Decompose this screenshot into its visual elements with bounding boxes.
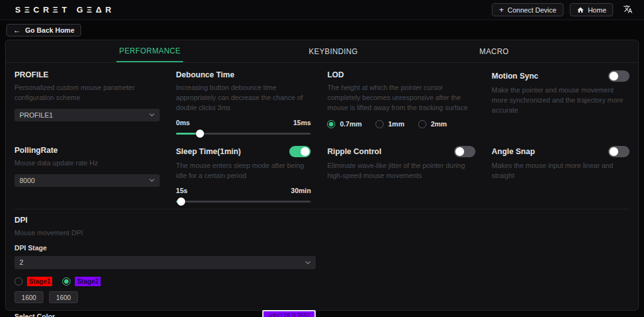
radio-icon bbox=[62, 277, 70, 286]
sleep-time-head: Sleep Time(1min) bbox=[176, 146, 311, 157]
toggle-knob bbox=[609, 72, 618, 81]
translate-icon bbox=[623, 6, 633, 16]
radio-icon bbox=[418, 120, 426, 128]
debounce-desc: Increasing button debounce time appropri… bbox=[176, 83, 311, 113]
tab-bar: PERFORMANCE KEYBINDING MACRO bbox=[6, 40, 638, 63]
toggle-knob bbox=[609, 147, 618, 156]
tab-performance[interactable]: PERFORMANCE bbox=[116, 40, 183, 62]
tab-keybinding[interactable]: KEYBINDING bbox=[306, 40, 360, 62]
polling-rate-value: 8000 bbox=[19, 177, 35, 184]
sleep-time-title: Sleep Time(1min) bbox=[176, 147, 241, 156]
lod-option-1mm[interactable]: 1mm bbox=[375, 120, 404, 128]
motion-sync-toggle[interactable] bbox=[608, 70, 630, 82]
dpi-stage1-tag: Stage1 bbox=[27, 277, 52, 287]
sleep-max-label: 30min bbox=[291, 187, 311, 194]
select-color-row: Select Color rgb(128,0,255) bbox=[14, 310, 316, 317]
debounce-time-setting: Debounce Time Increasing button debounce… bbox=[176, 70, 311, 138]
motion-sync-setting: Motion Sync Make the pointer and mouse m… bbox=[492, 70, 630, 138]
select-color-label: Select Color bbox=[14, 313, 55, 317]
ripple-control-head: Ripple Control bbox=[327, 146, 475, 157]
radio-icon bbox=[14, 277, 23, 286]
top-bar: SΞCRΞT GΞΔR + Connect Device Home bbox=[0, 0, 644, 20]
lod-option-label: 2mm bbox=[431, 120, 447, 128]
polling-rate-select[interactable]: 8000 bbox=[14, 174, 160, 187]
chevron-down-icon bbox=[305, 260, 311, 265]
angle-snap-setting: Angle Snap Makes the mouse input more li… bbox=[492, 146, 630, 206]
sleep-range-labels: 15s 30min bbox=[176, 187, 311, 194]
angle-snap-toggle[interactable] bbox=[608, 146, 630, 157]
debounce-max-label: 15ms bbox=[293, 119, 311, 126]
translate-button[interactable] bbox=[619, 3, 636, 17]
dpi-section: DPI Mouse movement DPI DPI Stage 2 Stage… bbox=[6, 209, 638, 317]
radio-icon bbox=[327, 120, 335, 128]
go-back-home-label: Go Back Home bbox=[25, 26, 74, 34]
chevron-down-icon bbox=[149, 177, 155, 183]
home-icon bbox=[577, 6, 584, 14]
profile-select[interactable]: PROFILE1 bbox=[14, 109, 160, 121]
debounce-title: Debounce Time bbox=[176, 70, 311, 79]
dpi-stage2-tag: Stage2 bbox=[75, 277, 100, 287]
dpi-stage1-value[interactable]: 1600 bbox=[14, 291, 43, 303]
settings-panel: PERFORMANCE KEYBINDING MACRO PROFILE Per… bbox=[5, 40, 639, 311]
polling-rate-setting: PollingRate Mouse data update rate Hz 80… bbox=[14, 146, 160, 206]
chevron-down-icon bbox=[149, 112, 155, 118]
topbar-actions: + Connect Device Home bbox=[492, 3, 636, 17]
lod-title: LOD bbox=[327, 70, 475, 79]
home-button[interactable]: Home bbox=[570, 3, 613, 16]
dpi-stage1-option[interactable]: Stage1 bbox=[14, 277, 52, 287]
lod-option-label: 0.7mm bbox=[340, 120, 362, 128]
dpi-stage2-option[interactable]: Stage2 bbox=[62, 277, 100, 287]
dpi-stage-label: DPI Stage bbox=[14, 244, 630, 252]
settings-row-2: PollingRate Mouse data update rate Hz 80… bbox=[6, 138, 638, 206]
sleep-slider[interactable] bbox=[176, 197, 311, 206]
radio-icon bbox=[375, 120, 384, 128]
debounce-slider[interactable] bbox=[176, 130, 311, 138]
angle-snap-head: Angle Snap bbox=[492, 146, 630, 157]
ripple-control-title: Ripple Control bbox=[327, 147, 381, 156]
dpi-stage-select[interactable]: 2 bbox=[14, 256, 316, 269]
toggle-knob bbox=[301, 147, 309, 156]
dpi-stage-options: Stage1 Stage2 bbox=[14, 277, 630, 287]
slider-track bbox=[176, 201, 311, 203]
dpi-stage-values: 1600 1600 bbox=[14, 291, 630, 303]
sleep-time-toggle[interactable] bbox=[289, 146, 311, 157]
dpi-stage2-value[interactable]: 1600 bbox=[49, 291, 78, 303]
toggle-knob bbox=[455, 147, 464, 156]
motion-sync-title: Motion Sync bbox=[492, 72, 538, 81]
sleep-time-desc: The mouse enters sleep mode after being … bbox=[176, 161, 311, 181]
dpi-stage-value: 2 bbox=[19, 259, 23, 266]
settings-row-1: PROFILE Personalized custom mouse parame… bbox=[6, 63, 638, 138]
lod-option-2mm[interactable]: 2mm bbox=[418, 120, 447, 128]
profile-select-value: PROFILE1 bbox=[19, 111, 53, 119]
ripple-control-toggle[interactable] bbox=[454, 146, 475, 157]
tab-macro[interactable]: MACRO bbox=[477, 40, 511, 62]
sleep-time-setting: Sleep Time(1min) The mouse enters sleep … bbox=[176, 146, 311, 206]
debounce-min-label: 0ms bbox=[176, 119, 190, 126]
profile-title: PROFILE bbox=[14, 70, 160, 79]
angle-snap-title: Angle Snap bbox=[492, 147, 535, 156]
polling-rate-desc: Mouse data update rate Hz bbox=[14, 158, 160, 169]
dpi-desc: Mouse movement DPI bbox=[14, 228, 630, 238]
back-row: ← Go Back Home bbox=[0, 20, 644, 40]
profile-setting: PROFILE Personalized custom mouse parame… bbox=[14, 70, 160, 138]
app-logo: SΞCRΞT GΞΔR bbox=[15, 5, 115, 14]
lod-option-label: 1mm bbox=[388, 120, 404, 128]
ripple-control-desc: Eliminate wave-like jitter of the pointe… bbox=[327, 161, 475, 181]
profile-desc: Personalized custom mouse parameter conf… bbox=[14, 83, 160, 103]
lod-option-0-7mm[interactable]: 0.7mm bbox=[327, 120, 362, 128]
debounce-range-labels: 0ms 15ms bbox=[176, 119, 311, 126]
back-arrow-icon: ← bbox=[13, 26, 21, 34]
lod-setting: LOD The height at which the pointer curs… bbox=[327, 70, 475, 138]
motion-sync-head: Motion Sync bbox=[492, 70, 630, 82]
go-back-home-button[interactable]: ← Go Back Home bbox=[6, 24, 81, 36]
sleep-min-label: 15s bbox=[176, 187, 187, 194]
color-swatch[interactable]: rgb(128,0,255) bbox=[262, 310, 316, 317]
debounce-slider-thumb[interactable] bbox=[196, 130, 204, 138]
sleep-slider-thumb[interactable] bbox=[177, 197, 186, 206]
plus-icon: + bbox=[499, 6, 504, 14]
lod-options: 0.7mm 1mm 2mm bbox=[327, 120, 475, 128]
connect-device-button[interactable]: + Connect Device bbox=[492, 3, 563, 16]
connect-device-label: Connect Device bbox=[508, 6, 557, 14]
ripple-control-setting: Ripple Control Eliminate wave-like jitte… bbox=[327, 146, 475, 206]
home-label: Home bbox=[588, 6, 606, 14]
